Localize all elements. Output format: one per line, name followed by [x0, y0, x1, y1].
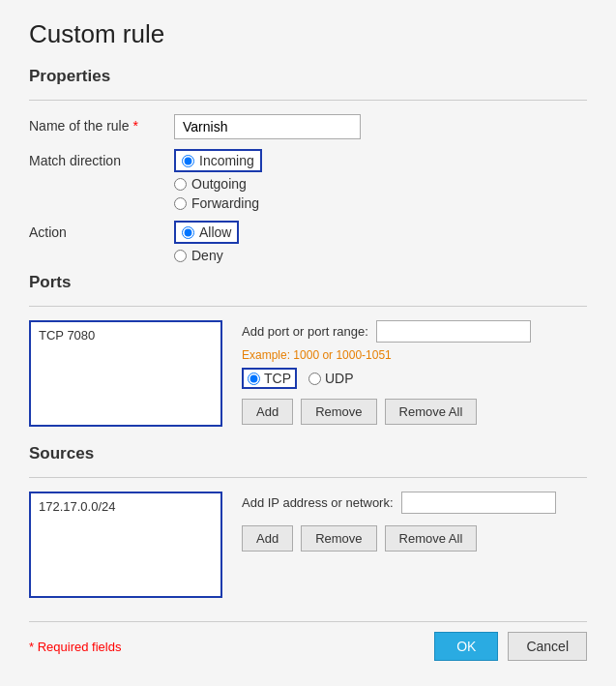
udp-option: UDP	[308, 371, 354, 386]
footer-buttons: OK Cancel	[434, 632, 587, 661]
forwarding-option: Forwarding	[174, 195, 262, 211]
required-note: * Required fields	[29, 640, 121, 654]
cancel-button[interactable]: Cancel	[508, 632, 587, 661]
port-controls: Add port or port range: Example: 1000 or…	[242, 320, 587, 425]
port-remove-button[interactable]: Remove	[301, 399, 376, 425]
allow-option-box: Allow	[174, 221, 239, 244]
protocol-row: TCP UDP	[242, 368, 587, 389]
list-item[interactable]: TCP 7080	[35, 326, 217, 344]
port-add-button[interactable]: Add	[242, 399, 293, 425]
ok-button[interactable]: OK	[434, 632, 498, 661]
allow-label[interactable]: Allow	[199, 224, 231, 240]
ip-input-row: Add IP address or network:	[242, 492, 587, 514]
forwarding-label[interactable]: Forwarding	[191, 195, 259, 211]
name-input[interactable]	[174, 114, 361, 139]
forwarding-radio[interactable]	[174, 197, 187, 210]
action-field-group: Action Allow Deny	[29, 221, 587, 263]
direction-label: Match direction	[29, 149, 174, 168]
port-input[interactable]	[376, 320, 531, 343]
sources-row: 172.17.0.0/24 Add IP address or network:…	[29, 492, 587, 598]
add-port-label: Add port or port range:	[242, 324, 368, 339]
ip-input[interactable]	[401, 492, 556, 514]
tcp-label[interactable]: TCP	[264, 371, 291, 386]
ports-row: TCP 7080 Add port or port range: Example…	[29, 320, 587, 427]
tcp-option-box: TCP	[242, 368, 297, 389]
port-hint: Example: 1000 or 1000-1051	[242, 348, 587, 362]
action-radio-group: Allow Deny	[174, 221, 239, 263]
udp-radio[interactable]	[308, 373, 321, 385]
udp-label[interactable]: UDP	[325, 371, 354, 386]
sources-button-row: Add Remove Remove All	[242, 525, 587, 552]
page-title: Custom rule	[29, 19, 587, 49]
action-label: Action	[29, 221, 174, 240]
required-star: *	[29, 640, 38, 654]
ports-divider	[29, 306, 587, 307]
port-remove-all-button[interactable]: Remove All	[385, 399, 478, 425]
ip-controls: Add IP address or network: Add Remove Re…	[242, 492, 587, 552]
sources-remove-button[interactable]: Remove	[301, 525, 376, 552]
add-ip-label: Add IP address or network:	[242, 495, 394, 510]
outgoing-option: Outgoing	[174, 176, 262, 192]
deny-option: Deny	[174, 248, 239, 263]
outgoing-label[interactable]: Outgoing	[191, 176, 247, 192]
sources-section-title: Sources	[29, 444, 587, 463]
deny-label[interactable]: Deny	[191, 248, 223, 263]
sources-remove-all-button[interactable]: Remove All	[385, 525, 478, 552]
ports-section-title: Ports	[29, 273, 587, 292]
deny-radio[interactable]	[174, 250, 187, 262]
incoming-label[interactable]: Incoming	[199, 153, 254, 168]
direction-radio-group: Incoming Outgoing Forwarding	[174, 149, 262, 211]
sources-add-button[interactable]: Add	[242, 525, 293, 552]
properties-section-title: Properties	[29, 67, 587, 86]
incoming-radio[interactable]	[182, 155, 194, 167]
port-button-row: Add Remove Remove All	[242, 399, 587, 425]
port-input-row: Add port or port range:	[242, 320, 587, 343]
tcp-radio[interactable]	[248, 373, 260, 385]
ports-list[interactable]: TCP 7080	[29, 320, 222, 427]
direction-field-group: Match direction Incoming Outgoing Forwar…	[29, 149, 587, 211]
sources-divider	[29, 477, 587, 478]
footer-bar: * Required fields OK Cancel	[29, 621, 587, 661]
list-item[interactable]: 172.17.0.0/24	[35, 497, 217, 516]
incoming-option-box: Incoming	[174, 149, 262, 172]
outgoing-radio[interactable]	[174, 178, 187, 191]
name-field-group: Name of the rule *	[29, 114, 587, 139]
custom-rule-dialog: Custom rule Properties Name of the rule …	[0, 0, 616, 686]
properties-divider	[29, 100, 587, 101]
sources-list[interactable]: 172.17.0.0/24	[29, 492, 222, 598]
name-label: Name of the rule *	[29, 114, 174, 134]
allow-radio[interactable]	[182, 226, 194, 239]
